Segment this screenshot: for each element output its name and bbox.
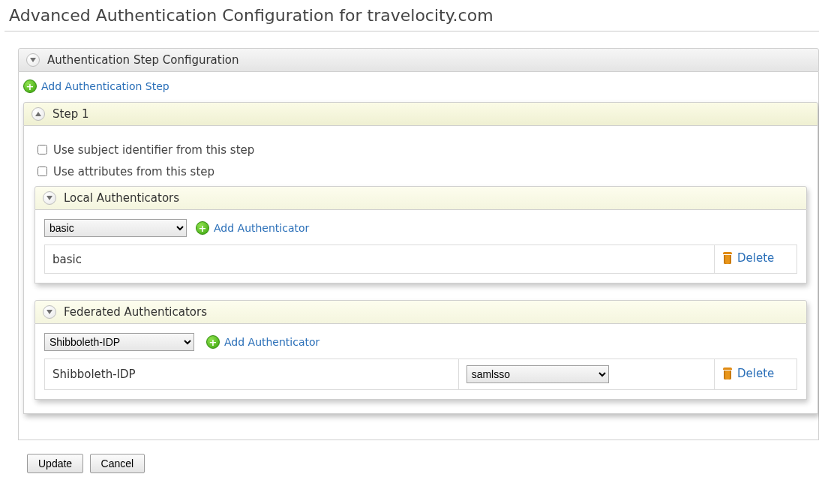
table-row: basicDelete	[45, 245, 797, 274]
local-auth-header[interactable]: Local Authenticators	[34, 186, 807, 210]
title-rule	[4, 31, 819, 32]
delete-label: Delete	[737, 367, 774, 380]
delete-cell: Delete	[715, 245, 797, 274]
delete-cell: Delete	[715, 359, 797, 390]
table-row: Shibboleth-IDPsamlssoDelete	[45, 359, 797, 390]
auth-step-config-header[interactable]: Authentication Step Configuration	[18, 48, 819, 72]
add-federated-auth-label: Add Authenticator	[224, 336, 320, 348]
chevron-down-icon[interactable]	[43, 191, 56, 205]
federated-auth-name-cell: Shibboleth-IDP	[45, 359, 459, 390]
auth-step-config-panel: Authentication Step Configuration Add Au…	[18, 48, 819, 440]
auth-step-config-body: Add Authentication Step Step 1 Use subje…	[18, 72, 819, 440]
auth-step-config-title: Authentication Step Configuration	[47, 53, 239, 67]
step-body: Use subject identifier from this step Us…	[23, 126, 818, 414]
plus-icon	[196, 221, 209, 235]
use-attributes-checkbox[interactable]	[38, 166, 47, 176]
add-local-auth-label: Add Authenticator	[214, 222, 309, 234]
federated-auth-table: Shibboleth-IDPsamlssoDelete	[44, 358, 797, 390]
chevron-down-icon[interactable]	[43, 305, 56, 319]
local-auth-toolbar: basic Add Authenticator	[44, 219, 797, 237]
local-auth-title: Local Authenticators	[64, 191, 179, 205]
local-auth-body: basic Add Authenticator basicDelete	[34, 210, 807, 284]
step-header[interactable]: Step 1	[23, 102, 818, 126]
chevron-down-icon[interactable]	[26, 53, 40, 67]
plus-icon	[206, 335, 220, 349]
federated-auth-panel: Federated Authenticators Shibboleth-IDP …	[34, 300, 807, 400]
page-title: Advanced Authentication Configuration fo…	[9, 6, 819, 25]
plus-icon	[23, 80, 37, 93]
step-panel: Step 1 Use subject identifier from this …	[23, 102, 818, 414]
trash-icon	[722, 252, 733, 264]
add-auth-step-row: Add Authentication Step	[19, 72, 818, 102]
federated-auth-type-cell: samlsso	[458, 359, 714, 390]
local-auth-panel: Local Authenticators basic Add Authentic…	[34, 186, 807, 284]
add-auth-step-link[interactable]: Add Authentication Step	[23, 80, 170, 93]
local-auth-select[interactable]: basic	[44, 219, 187, 237]
add-federated-auth-link[interactable]: Add Authenticator	[206, 335, 320, 349]
chevron-up-icon[interactable]	[32, 107, 45, 121]
federated-auth-header[interactable]: Federated Authenticators	[34, 300, 807, 324]
federated-auth-select[interactable]: Shibboleth-IDP	[44, 333, 194, 351]
use-attributes-row[interactable]: Use attributes from this step	[34, 164, 807, 178]
delete-label: Delete	[737, 251, 774, 265]
add-auth-step-label: Add Authentication Step	[41, 80, 170, 92]
button-bar: Update Cancel	[27, 454, 819, 473]
use-subject-label: Use subject identifier from this step	[53, 143, 254, 157]
use-subject-checkbox[interactable]	[38, 145, 47, 154]
use-subject-row[interactable]: Use subject identifier from this step	[34, 142, 807, 157]
federated-auth-title: Federated Authenticators	[64, 305, 207, 319]
local-auth-table: basicDelete	[44, 244, 797, 274]
delete-link[interactable]: Delete	[722, 367, 774, 380]
delete-link[interactable]: Delete	[722, 251, 774, 265]
update-button[interactable]: Update	[27, 454, 83, 473]
use-attributes-label: Use attributes from this step	[53, 165, 214, 178]
federated-row-auth-select[interactable]: samlsso	[466, 365, 609, 383]
local-auth-name-cell: basic	[45, 245, 715, 274]
federated-auth-toolbar: Shibboleth-IDP Add Authenticator	[44, 333, 797, 351]
step-title: Step 1	[52, 107, 88, 121]
federated-auth-body: Shibboleth-IDP Add Authenticator Shibbol…	[34, 324, 807, 400]
add-local-auth-link[interactable]: Add Authenticator	[196, 221, 309, 235]
cancel-button[interactable]: Cancel	[90, 454, 146, 473]
trash-icon	[722, 368, 733, 380]
